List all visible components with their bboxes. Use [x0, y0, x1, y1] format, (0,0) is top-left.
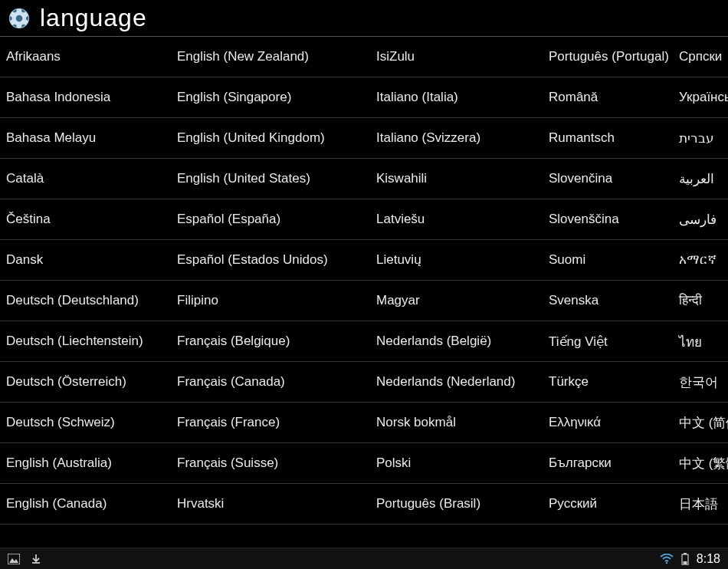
gear-icon: [6, 5, 32, 31]
language-option[interactable]: فارسی: [673, 199, 728, 240]
language-option[interactable]: Українська: [673, 77, 728, 118]
status-bar: 8:18: [0, 548, 728, 569]
language-option[interactable]: Ελληνικά: [543, 403, 673, 443]
language-option[interactable]: Nederlands (Nederland): [370, 362, 543, 403]
language-option[interactable]: Dansk: [0, 240, 171, 281]
language-option[interactable]: Norsk bokmål: [370, 403, 543, 443]
language-option[interactable]: Nederlands (België): [370, 321, 543, 362]
language-option[interactable]: English (United States): [171, 159, 370, 199]
language-option[interactable]: Hrvatski: [171, 484, 370, 525]
language-option[interactable]: Bahasa Melayu: [0, 118, 171, 159]
language-option[interactable]: ไทย: [673, 321, 728, 362]
svg-marker-2: [9, 558, 18, 563]
language-option[interactable]: Español (Estados Unidos): [171, 240, 370, 281]
language-option[interactable]: English (Singapore): [171, 77, 370, 118]
language-option[interactable]: Italiano (Italia): [370, 77, 543, 118]
language-option[interactable]: Tiếng Việt: [543, 321, 673, 362]
language-option[interactable]: Rumantsch: [543, 118, 673, 159]
language-option[interactable]: Deutsch (Schweiz): [0, 403, 171, 443]
language-option[interactable]: Türkçe: [543, 362, 673, 403]
language-option[interactable]: Latviešu: [370, 199, 543, 240]
language-option[interactable]: Español (España): [171, 199, 370, 240]
language-option[interactable]: Polski: [370, 443, 543, 484]
language-option[interactable]: English (Australia): [0, 443, 171, 484]
language-option[interactable]: Italiano (Svizzera): [370, 118, 543, 159]
page-title: language: [40, 4, 147, 32]
language-option[interactable]: Català: [0, 159, 171, 199]
language-option[interactable]: Čeština: [0, 199, 171, 240]
language-option[interactable]: Български: [543, 443, 673, 484]
language-option[interactable]: 한국어: [673, 362, 728, 403]
language-option[interactable]: Slovenčina: [543, 159, 673, 199]
language-option[interactable]: हिन्दी: [673, 281, 728, 321]
language-option[interactable]: Kiswahili: [370, 159, 543, 199]
language-option[interactable]: English (New Zealand): [171, 37, 370, 77]
battery-icon: [681, 553, 689, 565]
language-option[interactable]: Português (Portugal): [543, 37, 673, 77]
language-option[interactable]: Magyar: [370, 281, 543, 321]
svg-point-4: [666, 561, 667, 563]
language-option[interactable]: 日本語: [673, 484, 728, 525]
language-option[interactable]: العربية: [673, 159, 728, 199]
language-option[interactable]: Deutsch (Liechtenstein): [0, 321, 171, 362]
language-option[interactable]: Română: [543, 77, 673, 118]
clock-time: 8:18: [697, 552, 720, 566]
language-option[interactable]: 中文 (简体): [673, 403, 728, 443]
download-icon[interactable]: [31, 554, 41, 564]
language-option[interactable]: Français (Belgique): [171, 321, 370, 362]
language-option[interactable]: עברית: [673, 118, 728, 159]
language-option[interactable]: English (Canada): [0, 484, 171, 525]
language-option[interactable]: Suomi: [543, 240, 673, 281]
svg-rect-7: [683, 561, 687, 564]
language-option[interactable]: Filipino: [171, 281, 370, 321]
language-option[interactable]: Français (Canada): [171, 362, 370, 403]
language-option[interactable]: አማርኛ: [673, 240, 728, 281]
language-option[interactable]: Bahasa Indonesia: [0, 77, 171, 118]
wifi-icon: [660, 554, 674, 564]
image-icon[interactable]: [8, 554, 20, 564]
language-option[interactable]: Deutsch (Österreich): [0, 362, 171, 403]
language-option[interactable]: English (United Kingdom): [171, 118, 370, 159]
language-option[interactable]: Русский: [543, 484, 673, 525]
language-option[interactable]: IsiZulu: [370, 37, 543, 77]
language-option[interactable]: 中文 (繁體): [673, 443, 728, 484]
language-option[interactable]: Português (Brasil): [370, 484, 543, 525]
language-option[interactable]: Français (France): [171, 403, 370, 443]
language-option[interactable]: Lietuvių: [370, 240, 543, 281]
language-option[interactable]: Српски: [673, 37, 728, 77]
language-option[interactable]: Slovenščina: [543, 199, 673, 240]
language-option[interactable]: Français (Suisse): [171, 443, 370, 484]
header: language: [0, 0, 728, 37]
language-grid: Afrikaans English (New Zealand) IsiZulu …: [0, 37, 728, 525]
language-option[interactable]: Deutsch (Deutschland): [0, 281, 171, 321]
language-option[interactable]: Afrikaans: [0, 37, 171, 77]
language-option[interactable]: Svenska: [543, 281, 673, 321]
